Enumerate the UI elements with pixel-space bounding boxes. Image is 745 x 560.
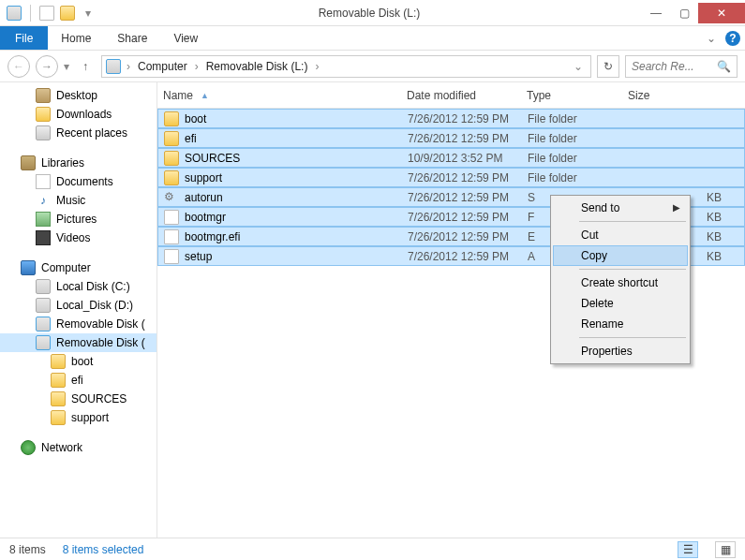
nav-item[interactable]: Downloads [0, 105, 156, 124]
column-name[interactable]: Name ▲ [163, 89, 407, 102]
file-icon [164, 210, 179, 225]
search-icon: 🔍 [717, 60, 731, 73]
nav-label: Music [56, 194, 85, 207]
forward-button[interactable]: → [36, 55, 58, 78]
table-row[interactable]: boot 7/26/2012 12:59 PM File folder [157, 109, 745, 128]
nav-label: Downloads [56, 108, 112, 121]
nav-item[interactable]: boot [0, 352, 156, 371]
qat-dropdown-icon[interactable]: ▾ [80, 5, 97, 22]
history-dropdown-icon[interactable]: ▾ [64, 60, 69, 73]
nav-computer[interactable]: Computer [0, 258, 156, 277]
nav-label: support [71, 411, 109, 424]
context-menu: Send to▶CutCopyCreate shortcutDeleteRena… [550, 195, 691, 364]
breadcrumb-item[interactable]: Computer [136, 60, 189, 73]
file-name: efi [185, 132, 197, 145]
minimize-button[interactable]: ― [642, 3, 670, 23]
nav-item[interactable]: Documents [0, 172, 156, 191]
refresh-button[interactable]: ↻ [597, 55, 619, 78]
music-icon: ♪ [36, 193, 51, 208]
file-type: File folder [528, 152, 629, 165]
new-folder-icon[interactable] [38, 5, 55, 22]
help-button[interactable]: ? [721, 26, 745, 50]
nav-label: boot [71, 355, 93, 368]
file-type: File folder [528, 112, 629, 125]
nav-label: Removable Disk ( [56, 317, 145, 331]
file-tab[interactable]: File [0, 26, 48, 50]
column-type[interactable]: Type [527, 89, 628, 102]
nav-item[interactable]: Pictures [0, 210, 156, 228]
breadcrumb-item[interactable]: Removable Disk (L:) [204, 60, 310, 73]
nav-item[interactable]: Desktop [0, 86, 156, 105]
recent-icon [36, 125, 51, 140]
drive-icon [36, 279, 51, 294]
computer-icon [21, 260, 36, 275]
menu-item[interactable]: Properties [553, 341, 688, 361]
app-icon [6, 5, 22, 22]
back-button[interactable]: ← [7, 55, 30, 78]
close-button[interactable]: ✕ [698, 3, 745, 23]
table-row[interactable]: SOURCES 10/9/2012 3:52 PM File folder [157, 148, 745, 168]
nav-item[interactable]: Local_Disk (D:) [0, 296, 156, 315]
menu-item[interactable]: Delete [553, 293, 688, 314]
table-row[interactable]: efi 7/26/2012 12:59 PM File folder [157, 128, 745, 148]
folder-icon [51, 373, 66, 388]
nav-item[interactable]: Removable Disk ( [0, 315, 156, 333]
chevron-right-icon[interactable]: › [311, 60, 322, 73]
chevron-right-icon[interactable]: › [191, 60, 202, 73]
menu-item[interactable]: Create shortcut [553, 273, 688, 293]
nav-item[interactable]: ♪Music [0, 191, 156, 210]
menu-label: Properties [581, 345, 633, 358]
nav-item[interactable]: support [0, 408, 156, 427]
menu-label: Create shortcut [581, 276, 658, 289]
chevron-right-icon[interactable]: › [123, 60, 134, 73]
document-icon [36, 174, 51, 189]
usb-drive-icon [36, 335, 51, 350]
nav-label: Desktop [56, 89, 97, 102]
nav-item[interactable]: Removable Disk ( [0, 333, 156, 352]
nav-label: Pictures [56, 213, 97, 226]
folder-icon [51, 354, 66, 369]
tab-share[interactable]: Share [104, 26, 160, 50]
table-row[interactable]: support 7/26/2012 12:59 PM File folder [157, 168, 745, 187]
maximize-button[interactable]: ▢ [670, 3, 698, 23]
file-type: File folder [528, 132, 629, 145]
nav-item[interactable]: Recent places [0, 124, 156, 142]
column-date[interactable]: Date modified [407, 89, 527, 102]
breadcrumb-dropdown-icon[interactable]: ⌄ [574, 60, 587, 73]
ribbon-expand-icon[interactable]: ⌄ [702, 26, 721, 50]
nav-network[interactable]: Network [0, 438, 156, 457]
menu-separator [579, 337, 686, 338]
column-size[interactable]: Size [628, 89, 745, 102]
file-date: 7/26/2012 12:59 PM [408, 132, 528, 145]
quick-access-toolbar: ▾ [0, 5, 97, 22]
tab-view[interactable]: View [160, 26, 211, 50]
tab-home[interactable]: Home [48, 26, 104, 50]
status-count: 8 items [9, 543, 46, 556]
menu-item[interactable]: Copy [553, 245, 688, 266]
menu-item[interactable]: Rename [553, 314, 688, 334]
network-icon [21, 440, 36, 455]
nav-item[interactable]: Local Disk (C:) [0, 277, 156, 296]
details-view-button[interactable]: ☰ [678, 541, 698, 558]
nav-label: SOURCES [71, 392, 127, 405]
search-box[interactable]: 🔍 [625, 55, 738, 78]
nav-item[interactable]: efi [0, 371, 156, 390]
properties-icon[interactable] [59, 5, 76, 22]
nav-libraries[interactable]: Libraries [0, 154, 156, 172]
icons-view-button[interactable]: ▦ [715, 541, 736, 558]
libraries-icon [21, 155, 36, 170]
video-icon [36, 230, 51, 245]
separator [30, 5, 31, 22]
chevron-right-icon: ▶ [673, 202, 680, 213]
menu-item[interactable]: Send to▶ [553, 198, 688, 218]
breadcrumb[interactable]: › Computer › Removable Disk (L:) › ⌄ [101, 55, 591, 78]
address-bar: ← → ▾ ↑ › Computer › Removable Disk (L:)… [0, 51, 745, 82]
file-date: 7/26/2012 12:59 PM [408, 250, 528, 263]
menu-item[interactable]: Cut [553, 225, 688, 245]
nav-item[interactable]: SOURCES [0, 390, 156, 408]
up-button[interactable]: ↑ [75, 56, 96, 77]
nav-item[interactable]: Videos [0, 228, 156, 247]
search-input[interactable] [632, 60, 713, 73]
desktop-icon [36, 88, 51, 103]
navigation-pane[interactable]: DesktopDownloadsRecent places Libraries … [0, 82, 157, 538]
